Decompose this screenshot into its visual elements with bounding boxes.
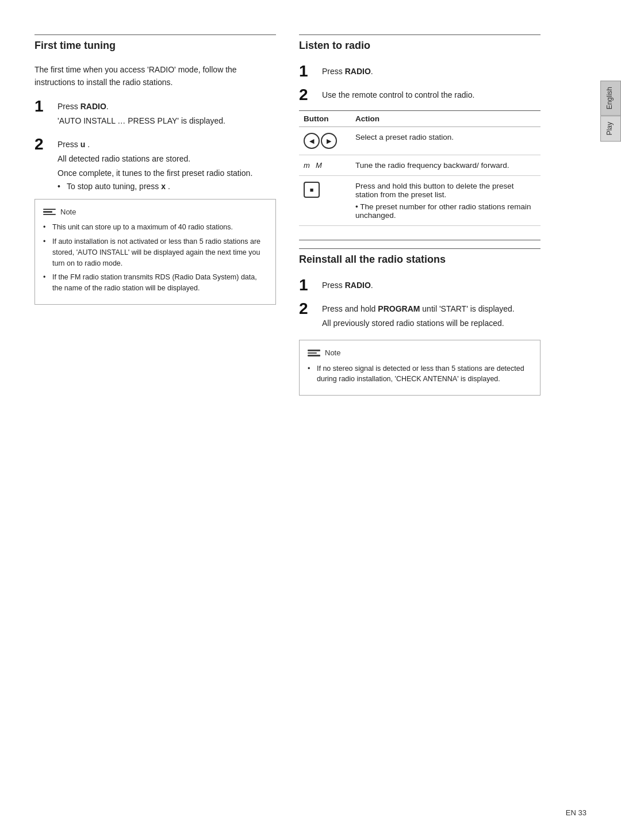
reinstall-step-2-detail: All previously stored radio stations wil… <box>322 317 540 329</box>
reinstall-step-1-content: Press RADIO. <box>322 277 540 294</box>
reinstall-step-2-primary: Press and hold PROGRAM until 'START' is … <box>322 303 540 315</box>
reinstall-step-1-primary: Press RADIO. <box>322 279 540 291</box>
note-icon-left <box>43 209 56 216</box>
reinstall-step-number-2: 2 <box>299 301 317 317</box>
step-2-primary: Press u . <box>57 139 276 151</box>
stop-action-bullet-text: The preset number for other radio statio… <box>355 202 531 220</box>
table-row-mM: m M Tune the radio frequency backward/ f… <box>299 155 540 176</box>
left-step-1: 1 Press RADIO. 'AUTO INSTALL … PRESS PLA… <box>34 98 276 129</box>
table-cell-btn-prevnext: ◀ ▶ <box>299 127 351 155</box>
radio-control-table: Button Action ◀ ▶ Select a preset rad <box>299 110 540 226</box>
side-tab-play: Play <box>600 116 621 141</box>
listen-step-1-primary: Press RADIO. <box>322 66 540 78</box>
left-note-header: Note <box>43 206 267 218</box>
reinstall-step-number-1: 1 <box>299 277 317 293</box>
reinstall-step-2: 2 Press and hold PROGRAM until 'START' i… <box>299 301 540 332</box>
m-M-label: m M <box>304 161 323 170</box>
program-kbd: PROGRAM <box>378 304 420 313</box>
listen-step-1-content: Press RADIO. <box>322 63 540 80</box>
table-cell-action-stop: Press and hold this button to delete the… <box>351 176 540 226</box>
listen-radio-header: Listen to radio <box>299 34 540 55</box>
step-1-content: Press RADIO. 'AUTO INSTALL … PRESS PLAY'… <box>57 98 276 129</box>
step-number-1: 1 <box>34 98 53 114</box>
stop-action-bullet: • The preset number for other radio stat… <box>355 202 536 220</box>
table-cell-action-prevnext: Select a preset radio station. <box>351 127 540 155</box>
left-note-label: Note <box>60 206 76 218</box>
radio-kbd-reinstall: RADIO <box>345 281 371 290</box>
prev-next-icons: ◀ ▶ <box>304 133 346 149</box>
main-columns: First time tuning The first time when yo… <box>34 34 586 396</box>
side-tab-english: English <box>600 80 621 116</box>
right-note-box: Note If no stereo signal is detected or … <box>299 340 540 396</box>
reinstall-step-1: 1 Press RADIO. <box>299 277 540 294</box>
x-kbd: x <box>161 182 166 191</box>
right-note-header: Note <box>308 347 532 359</box>
reinstall-step-2-content: Press and hold PROGRAM until 'START' is … <box>322 301 540 332</box>
left-note-item-3: If the FM radio station transmits RDS (R… <box>43 272 267 294</box>
next-button-icon: ▶ <box>321 133 337 149</box>
listen-step-1: 1 Press RADIO. <box>299 63 540 80</box>
listen-step-number-2: 2 <box>299 87 317 103</box>
listen-step-2-content: Use the remote control to control the ra… <box>322 87 540 103</box>
step-2-detail-1: All detected radio stations are stored. <box>57 153 276 165</box>
right-column: Listen to radio 1 Press RADIO. 2 Use the… <box>299 34 540 396</box>
radio-kbd-1: RADIO <box>80 102 106 111</box>
table-col-button: Button <box>299 111 351 127</box>
table-cell-btn-mM: m M <box>299 155 351 176</box>
listen-step-2-primary: Use the remote control to control the ra… <box>322 89 540 101</box>
step-2-content: Press u . All detected radio stations ar… <box>57 136 276 191</box>
table-cell-btn-stop: ■ <box>299 176 351 226</box>
intro-text: The first time when you access 'RADIO' m… <box>34 63 276 89</box>
left-note-item-2: If auto installation is not activated or… <box>43 236 267 269</box>
note-icon-right <box>308 350 320 356</box>
stop-button-icon: ■ <box>304 182 320 198</box>
left-column: First time tuning The first time when yo… <box>34 34 276 396</box>
step-2-detail-2: Once complete, it tunes to the first pre… <box>57 167 276 179</box>
radio-kbd-listen: RADIO <box>345 67 371 76</box>
table-row-prev-next: ◀ ▶ Select a preset radio station. <box>299 127 540 155</box>
right-note-list: If no stereo signal is detected or less … <box>308 363 532 385</box>
right-note-label: Note <box>325 347 340 359</box>
table-col-action: Action <box>351 111 540 127</box>
reinstall-header: Reinstall all the radio stations <box>299 248 540 269</box>
step-1-detail: 'AUTO INSTALL … PRESS PLAY' is displayed… <box>57 115 276 127</box>
table-row-stop: ■ Press and hold this button to delete t… <box>299 176 540 226</box>
left-note-item-1: This unit can store up to a maximum of 4… <box>43 222 267 233</box>
step-number-2: 2 <box>34 136 53 152</box>
left-step-2: 2 Press u . All detected radio stations … <box>34 136 276 191</box>
first-time-tuning-header: First time tuning <box>34 34 276 55</box>
u-kbd: u <box>80 140 86 149</box>
left-note-list: This unit can store up to a maximum of 4… <box>43 222 267 294</box>
page-footer: EN 33 <box>566 808 586 817</box>
prev-button-icon: ◀ <box>304 133 320 149</box>
left-note-box: Note This unit can store up to a maximum… <box>34 199 276 305</box>
page-container: English Play First time tuning The first… <box>0 0 621 840</box>
step-2-bullet: • To stop auto tuning, press x . <box>57 182 276 191</box>
step-2-bullet-text: To stop auto tuning, press x . <box>67 182 170 191</box>
table-cell-action-mM: Tune the radio frequency backward/ forwa… <box>351 155 540 176</box>
listen-step-2: 2 Use the remote control to control the … <box>299 87 540 103</box>
listen-step-number-1: 1 <box>299 63 317 79</box>
reinstall-divider <box>299 240 540 240</box>
side-tabs: English Play <box>600 80 621 142</box>
stop-action-text: Press and hold this button to delete the… <box>355 182 536 199</box>
right-note-item-1: If no stereo signal is detected or less … <box>308 363 532 385</box>
step-1-primary: Press RADIO. <box>57 101 276 113</box>
